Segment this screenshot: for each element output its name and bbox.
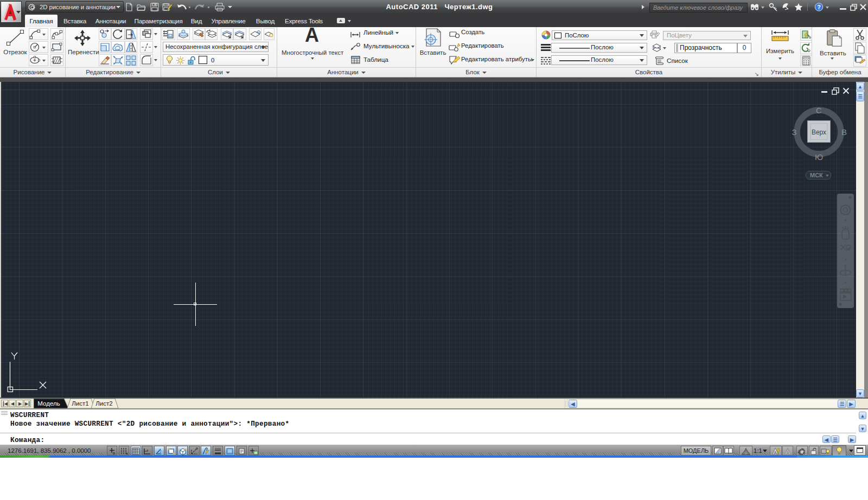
svg-text:Верх: Верх bbox=[812, 129, 826, 136]
svg-text:З: З bbox=[792, 127, 796, 137]
svg-text:Модель: Модель bbox=[37, 400, 60, 407]
svg-text:?: ? bbox=[817, 4, 821, 10]
svg-text:В: В bbox=[841, 127, 847, 137]
svg-text:Лист1: Лист1 bbox=[72, 400, 88, 407]
svg-text:Ю: Ю bbox=[815, 152, 823, 162]
svg-text:С: С bbox=[816, 106, 822, 115]
svg-text:Лист2: Лист2 bbox=[95, 400, 112, 407]
